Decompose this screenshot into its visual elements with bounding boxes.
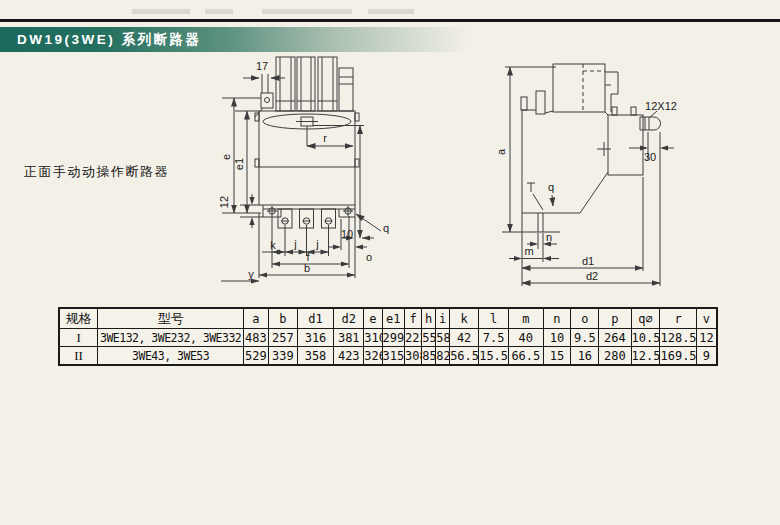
col-header-spec: 规格 [59,308,98,329]
section-title-bar: DW19(3WE) 系列断路器 [0,27,470,52]
value-cell: 358 [297,347,333,366]
value-cell: 58 [436,329,450,347]
value-cell: 483 [244,329,269,347]
section-title: DW19(3WE) 系列断路器 [0,27,470,52]
col-header-l: l [479,308,509,329]
col-header-d1: d1 [297,308,333,329]
top-divider-rule [0,19,780,22]
value-cell: 42 [450,329,479,347]
dim-label-12x12: 12X12 [645,100,677,112]
col-header-k: k [450,308,479,329]
dim-label-30: 30 [644,151,656,163]
dim-label-12: 12 [218,196,230,208]
col-header-n: n [543,308,571,329]
value-cell: 40 [509,329,543,347]
value-cell: 66.5 [509,347,543,366]
hidden-lines [583,64,605,112]
value-cell: 56.5 [450,347,479,366]
col-header-p: p [599,308,631,329]
value-cell: 308 [405,347,422,366]
col-header-e1: e1 [382,308,405,329]
value-cell: 15 [543,347,571,366]
dim-label-k: k [270,239,276,251]
breaker-body-front [255,93,359,228]
dim-label-q-side: q [548,181,554,193]
value-cell: 128.5 [660,329,696,347]
table-header-row: 规格 型号 a b d1 d2 e e1 f h i k l m n o p q… [59,308,717,329]
drawing-caption: 正面手动动操作断路器 [24,163,169,181]
value-cell: 169.5 [660,347,696,366]
value-cell: 82 [436,347,450,366]
models-cell: 3WE43, 3WE53 [98,347,244,366]
value-cell: 326 [364,347,382,366]
dim-label-j1: j [293,238,296,250]
col-header-i: i [436,308,450,329]
value-cell: 9 [696,347,717,366]
col-header-q-dia: q∅ [631,308,660,329]
value-cell: 12 [696,329,717,347]
terminal-bars [276,57,353,111]
value-cell: 299 [382,329,405,347]
value-cell: 315 [382,347,405,366]
dim-label-y: y [248,268,254,280]
value-cell: 316 [297,329,333,347]
value-cell: 10 [543,329,571,347]
scan-artifact [368,9,414,14]
spec-cell: II [59,347,98,366]
dim-label-q: q [383,222,389,234]
value-cell: 257 [268,329,297,347]
value-cell: 10.5 [631,329,660,347]
col-header-h: h [422,308,436,329]
col-header-f: f [405,308,422,329]
table-row-spec-2: II 3WE43, 3WE53 529 339 358 423 326 315 … [59,347,717,366]
dim-label-a: a [495,148,507,155]
value-cell: 55 [422,329,436,347]
dim-label-o: o [366,251,372,263]
value-cell: 339 [268,347,297,366]
value-cell: 85 [422,347,436,366]
value-cell: 9.5 [571,329,599,347]
dim-label-17: 17 [256,60,268,72]
col-header-o: o [571,308,599,329]
value-cell: 381 [334,329,364,347]
dimension-table: 规格 型号 a b d1 d2 e e1 f h i k l m n o p q… [58,307,718,366]
dim-label-r: r [323,132,327,144]
value-cell: 7.5 [479,329,509,347]
col-header-v: v [696,308,717,329]
dim-label-e1: e1 [233,158,245,170]
dim-label-e: e [220,154,232,160]
spec-cell: I [59,329,98,347]
col-header-m: m [509,308,543,329]
scan-artifact [205,9,233,14]
dim-label-b: b [304,262,310,274]
dim-label-d2: d2 [586,270,598,282]
value-cell: 12.5 [631,347,660,366]
dim-label-d1: d1 [582,255,594,267]
scan-artifact [262,9,352,14]
dim-label-j2: j [315,238,318,250]
col-header-r: r [660,308,696,329]
col-header-d2: d2 [334,308,364,329]
value-cell: 529 [244,347,269,366]
value-cell: 222 [405,329,422,347]
side-view-drawing: a 12X12 30 q n m d1 d2 [488,50,683,293]
value-cell: 15.5 [479,347,509,366]
col-header-e: e [364,308,382,329]
value-cell: 310 [364,329,382,347]
terminal-block [608,115,643,175]
col-header-model: 型号 [98,308,244,329]
value-cell: 264 [599,329,631,347]
front-view-drawing: 17 e e1 12 r k j j 10 q f o b y [213,50,405,293]
value-cell: 280 [599,347,631,366]
value-cell: 16 [571,347,599,366]
value-cell: 423 [334,347,364,366]
col-header-b: b [268,308,297,329]
dim-label-10: 10 [341,228,353,240]
models-cell: 3WE132, 3WE232, 3WE332 [98,329,244,347]
catalog-page: DW19(3WE) 系列断路器 正面手动动操作断路器 [0,0,780,525]
scan-artifact [132,9,190,14]
dim-label-m: m [524,245,533,257]
dim-label-n: n [546,231,552,243]
col-header-a: a [244,308,269,329]
table-row-spec-1: I 3WE132, 3WE232, 3WE332 483 257 316 381… [59,329,717,347]
